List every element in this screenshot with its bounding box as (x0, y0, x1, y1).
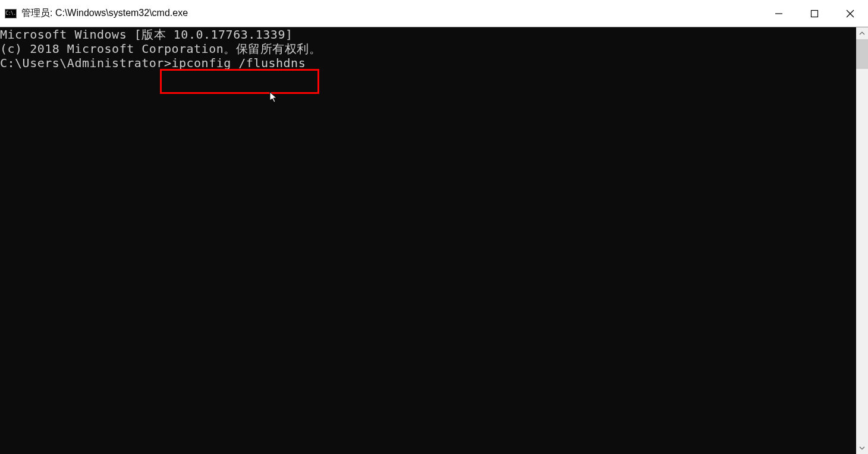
mouse-cursor-icon (269, 92, 279, 103)
prompt-line: C:\Users\Administrator>ipconfig /flushdn… (0, 56, 856, 70)
command-prompt: C:\Users\Administrator> (0, 56, 171, 70)
maximize-icon (810, 10, 819, 18)
close-button[interactable] (832, 0, 868, 27)
title-left-section: C:\. 管理员: C:\Windows\system32\cmd.exe (0, 7, 188, 20)
version-line: Microsoft Windows [版本 10.0.17763.1339] (0, 27, 856, 42)
scroll-down-button[interactable] (856, 442, 868, 454)
cmd-icon: C:\. (5, 9, 17, 18)
terminal-container: Microsoft Windows [版本 10.0.17763.1339] (… (0, 27, 868, 454)
close-icon (846, 10, 854, 18)
scroll-thumb[interactable] (856, 39, 868, 69)
copyright-line: (c) 2018 Microsoft Corporation。保留所有权利。 (0, 42, 856, 56)
cmd-icon-label: C:\. (5, 11, 15, 16)
maximize-button[interactable] (797, 0, 832, 27)
vertical-scrollbar[interactable] (856, 27, 868, 454)
minimize-button[interactable] (761, 0, 797, 27)
window-controls (761, 0, 868, 27)
annotation-highlight-box (160, 69, 319, 94)
window-title-bar: C:\. 管理员: C:\Windows\system32\cmd.exe (0, 0, 868, 27)
chevron-up-icon (859, 30, 865, 36)
scroll-up-button[interactable] (856, 27, 868, 39)
minimize-icon (775, 10, 783, 18)
terminal-output-area[interactable]: Microsoft Windows [版本 10.0.17763.1339] (… (0, 27, 856, 454)
window-title: 管理员: C:\Windows\system32\cmd.exe (21, 7, 188, 20)
command-input[interactable]: ipconfig /flushdns (171, 56, 306, 70)
svg-rect-1 (812, 10, 818, 17)
chevron-down-icon (859, 445, 865, 451)
